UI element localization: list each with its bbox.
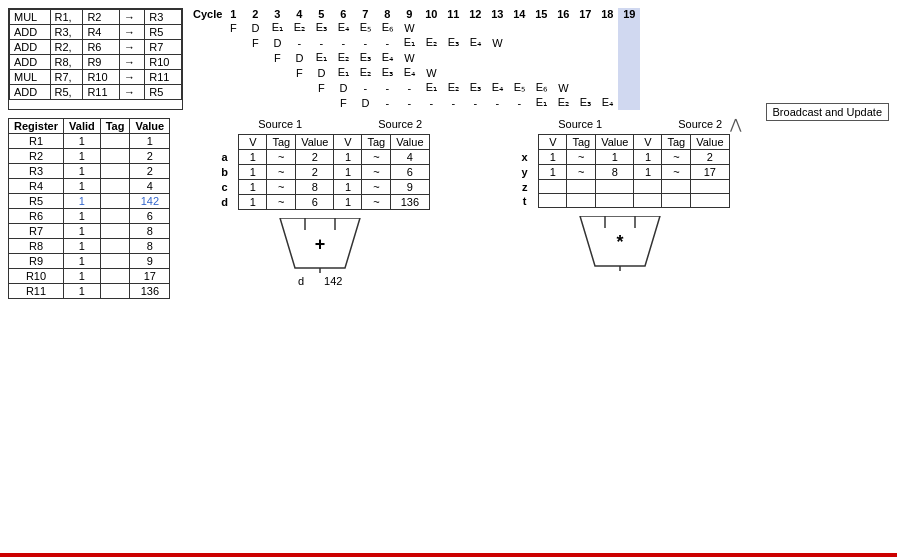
pipeline-cell: - — [288, 35, 310, 50]
instruction-row: MUL R7, R10 → R11 — [10, 70, 182, 85]
instruction-row: ADD R8, R9 → R10 — [10, 55, 182, 70]
pipeline-cell — [486, 20, 508, 35]
instr-src2: R10 — [83, 70, 120, 85]
reg-reg: R3 — [9, 164, 64, 179]
pipeline-row: FD-----E₁E₂E₃E₄W — [193, 35, 640, 50]
rs-cell: ~ — [362, 195, 391, 210]
fu-cell: 1 — [539, 150, 567, 165]
reg-tag — [100, 209, 130, 224]
rs-col-val1: Value — [296, 135, 334, 150]
rs-cell: ~ — [362, 150, 391, 165]
fu-cell: 8 — [596, 165, 634, 180]
reg-tag — [100, 134, 130, 149]
pipeline-cell: E₅ — [508, 80, 530, 95]
reg-col-header: Valid — [64, 119, 101, 134]
pipeline-cell — [596, 65, 618, 80]
instr-dst: R10 — [145, 55, 182, 70]
rs-cell: ~ — [267, 180, 296, 195]
rs-cell: ~ — [362, 165, 391, 180]
pipeline-cell — [618, 35, 640, 50]
rs-cell: ~ — [267, 150, 296, 165]
pipeline-cell — [618, 20, 640, 35]
pipeline-cell: E₃ — [574, 95, 596, 110]
instr-src2: R6 — [83, 40, 120, 55]
instr-dst: R11 — [145, 70, 182, 85]
register-row: R818 — [9, 239, 170, 254]
reg-reg: R7 — [9, 224, 64, 239]
pipeline-cell: - — [442, 95, 464, 110]
pipeline-cell — [508, 20, 530, 35]
reg-reg: R2 — [9, 149, 64, 164]
pipeline-cell — [464, 20, 486, 35]
reg-value: 4 — [130, 179, 170, 194]
reg-valid: 1 — [64, 194, 101, 209]
rs-cell: 1 — [334, 150, 362, 165]
instr-src1: R3, — [50, 25, 83, 40]
reg-valid: 1 — [64, 254, 101, 269]
pipeline-cell: E₁ — [266, 20, 288, 35]
reg-tag — [100, 179, 130, 194]
pipeline-cell — [464, 50, 486, 65]
instruction-row: ADD R3, R4 → R5 — [10, 25, 182, 40]
fu-source2-header: Source 2 — [640, 118, 760, 130]
instr-arrow: → — [120, 85, 145, 100]
instr-op: ADD — [10, 55, 51, 70]
reg-reg: R11 — [9, 284, 64, 299]
pipeline-cell — [530, 20, 552, 35]
pipeline-cell: E₃ — [354, 50, 376, 65]
fu-cell — [596, 180, 634, 194]
rs-cell: 6 — [296, 195, 334, 210]
rs-col-v2: V — [334, 135, 362, 150]
reg-reg: R1 — [9, 134, 64, 149]
cycle-num-10: 10 — [420, 8, 442, 20]
pipeline-cell — [266, 65, 288, 80]
register-row: R414 — [9, 179, 170, 194]
rs-cell: 4 — [391, 150, 429, 165]
instr-arrow: → — [120, 70, 145, 85]
instr-src1: R2, — [50, 40, 83, 55]
pipeline-cell: - — [398, 95, 420, 110]
rs-cell: 1 — [334, 165, 362, 180]
instr-op: MUL — [10, 10, 51, 25]
pipeline-cell — [574, 50, 596, 65]
instr-dst: R5 — [145, 85, 182, 100]
pipeline-cell: - — [332, 35, 354, 50]
pipeline-cell — [552, 20, 574, 35]
fu-cell — [662, 180, 691, 194]
pipeline-cell: E₂ — [332, 50, 354, 65]
rs-cell: 1 — [239, 195, 267, 210]
reg-tag — [100, 164, 130, 179]
instr-src2: R11 — [83, 85, 120, 100]
pipeline-table: Cycle12345678910111213141516171819 FDE₁E… — [193, 8, 640, 110]
broadcast-label: Broadcast and Update — [773, 106, 882, 118]
fu-cell: 2 — [691, 150, 729, 165]
pipeline-row: FD---E₁E₂E₃E₄E₅E₆W — [193, 80, 640, 95]
pipeline-cell: - — [464, 95, 486, 110]
reg-tag — [100, 224, 130, 239]
reg-value: 9 — [130, 254, 170, 269]
pipeline-cell — [442, 65, 464, 80]
pipeline-cell: E₂ — [442, 80, 464, 95]
cycle-num-8: 8 — [376, 8, 398, 20]
pipeline-cell — [420, 50, 442, 65]
rs-row: b1~21~6 — [211, 165, 429, 180]
pipeline-cell: E₂ — [420, 35, 442, 50]
rs-cell: ~ — [362, 180, 391, 195]
pipeline-cell: E₄ — [486, 80, 508, 95]
pipeline-cell: E₄ — [332, 20, 354, 35]
rs-cell: 2 — [296, 150, 334, 165]
pipeline-cell: F — [310, 80, 332, 95]
pipeline-cell — [244, 50, 266, 65]
reg-col-header: Register — [9, 119, 64, 134]
pipeline-cell — [442, 20, 464, 35]
instr-arrow: → — [120, 55, 145, 70]
pipeline-cell — [244, 80, 266, 95]
rs-row-label: c — [211, 180, 239, 195]
register-file: RegisterValidTagValue R111R212R312R414R5… — [8, 118, 170, 549]
pipeline-cell: E₃ — [464, 80, 486, 95]
reg-valid: 1 — [64, 209, 101, 224]
instr-op: ADD — [10, 40, 51, 55]
pipeline-cell — [530, 50, 552, 65]
pipeline-cell — [530, 65, 552, 80]
pipeline-cell: - — [310, 35, 332, 50]
